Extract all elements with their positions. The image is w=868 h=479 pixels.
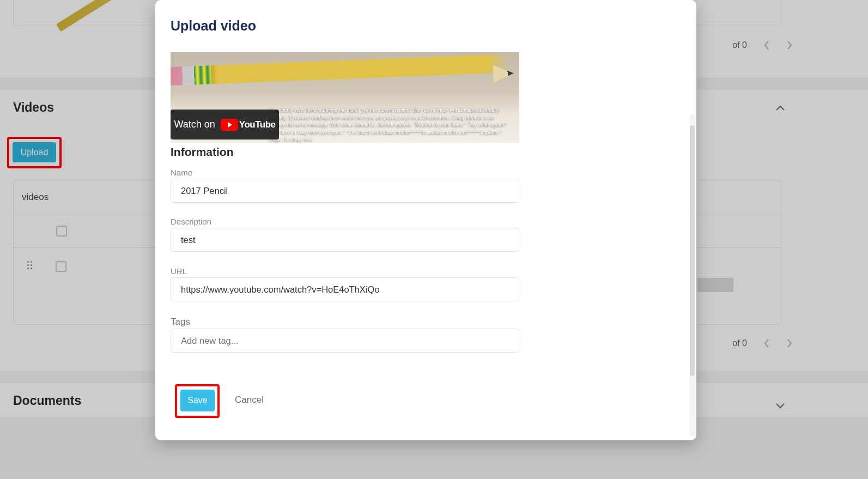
youtube-logo-icon: YouTube [221, 119, 276, 131]
url-input[interactable] [171, 277, 519, 301]
modal-title: Upload video [171, 18, 256, 34]
name-label: Name [171, 168, 192, 177]
scrollbar-track[interactable] [690, 114, 695, 436]
name-input[interactable] [171, 179, 519, 203]
information-heading: Information [171, 145, 234, 159]
pencil-graphic [171, 54, 508, 86]
description-label: Description [171, 217, 211, 226]
watch-on-youtube-button[interactable]: Watch on YouTube [171, 110, 279, 140]
tags-label: Tags [171, 317, 190, 328]
save-button[interactable]: Save [180, 390, 215, 411]
preview-caption-text: No pencils were harmed during the making… [269, 106, 508, 143]
youtube-word: YouTube [239, 119, 276, 130]
tags-input[interactable] [171, 329, 519, 353]
scrollbar-thumb[interactable] [690, 125, 695, 376]
upload-video-modal: Upload video No pencils were harmed duri… [155, 0, 696, 440]
cancel-button[interactable]: Cancel [235, 395, 264, 405]
watch-on-label: Watch on [174, 119, 215, 130]
video-preview[interactable]: No pencils were harmed during the making… [171, 52, 519, 143]
url-label: URL [171, 266, 187, 276]
description-input[interactable] [171, 228, 519, 252]
